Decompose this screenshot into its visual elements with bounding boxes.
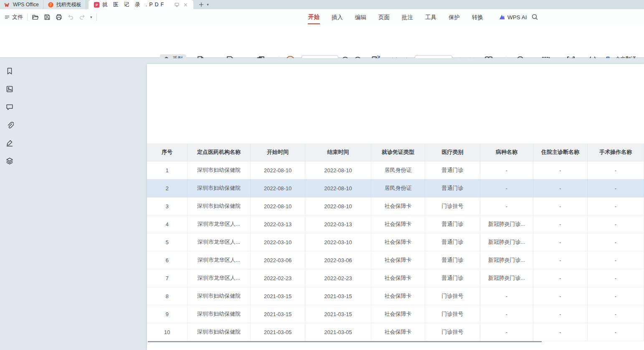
table-cell: 社会保障卡 [371,197,425,215]
table-row: 1深圳市妇幼保健院2022-08-102022-08-10居民身份证普通门诊--… [147,161,644,179]
table-cell: 2022-03-10 [251,233,305,251]
table-cell: - [533,269,588,287]
menu-item-插入[interactable]: 插入 [331,10,343,24]
table-cell: - [533,251,588,269]
menu-item-转换[interactable]: 转换 [472,10,484,24]
layers-icon[interactable] [5,156,14,166]
docer-icon [48,2,54,8]
medical-records-table: 序号定点医药机构名称开始时间结束时间就诊凭证类型医疗类别病种名称住院主诊断名称手… [147,143,644,341]
window-tab-bar: WPS Office 找稻壳模板 P 就 医 记 录 .PDF ▾ [0,0,644,9]
table-row: 10深圳市妇幼保健院2021-03-052021-03-05社会保障卡门诊挂号-… [147,323,644,341]
table-row: 8深圳市妇幼保健院2021-03-152021-03-15社会保障卡门诊挂号--… [147,287,644,305]
table-cell: - [588,251,644,269]
menu-search-icon[interactable] [531,13,538,20]
table-cell: 8 [147,287,188,305]
pdf-page: 序号定点医药机构名称开始时间结束时间就诊凭证类型医疗类别病种名称住院主诊断名称手… [147,64,644,350]
horizontal-scrollbar[interactable] [148,341,542,342]
table-cell: 深圳市龙华区人... [188,251,251,269]
new-tab-plus-icon[interactable] [198,2,204,8]
redo-icon[interactable] [79,13,86,21]
open-file-icon[interactable] [32,13,39,21]
table-cell: 社会保障卡 [371,269,425,287]
table-cell: - [588,305,644,323]
tab-wps-office[interactable]: WPS Office [0,0,43,9]
table-cell: 社会保障卡 [371,305,425,323]
table-cell: - [588,215,644,233]
attachment-icon[interactable] [5,120,14,130]
table-cell: - [480,323,533,341]
quickbar-chevron-icon[interactable]: ▾ [90,15,92,19]
table-row: 3深圳市妇幼保健院2022-08-102022-08-10社会保障卡门诊挂号--… [147,197,644,215]
table-cell: - [588,269,644,287]
hamburger-icon [4,14,10,20]
print-icon[interactable] [55,13,63,21]
table-cell: 7 [147,269,188,287]
table-cell: 深圳市妇幼保健院 [188,161,251,179]
table-row: 5深圳市龙华区人...2022-03-102022-03-10社会保障卡普通门诊… [147,233,644,251]
table-cell: - [588,233,644,251]
table-cell: 门诊挂号 [425,323,480,341]
table-cell: 居民身份证 [371,179,425,197]
table-cell: 新冠肺炎门诊... [480,215,533,233]
table-cell: 2022-03-10 [305,233,371,251]
table-cell: - [480,287,533,305]
bookmark-icon[interactable] [5,66,14,76]
table-cell: - [533,287,588,305]
table-row: 2深圳市妇幼保健院2022-08-102022-08-10居民身份证普通门诊--… [147,179,644,197]
close-tab-icon[interactable] [183,2,188,8]
save-icon[interactable] [43,13,51,21]
menu-item-批注[interactable]: 批注 [401,10,413,24]
table-cell: 社会保障卡 [371,287,425,305]
table-cell: 深圳市妇幼保健院 [188,197,251,215]
table-cell: - [588,161,644,179]
menu-item-开始[interactable]: 开始 [308,10,320,24]
menu-item-页面[interactable]: 页面 [378,10,390,24]
table-cell: 4 [147,215,188,233]
table-row: 6深圳市龙华区人...2022-03-062022-03-06社会保障卡普通门诊… [147,251,644,269]
menu-item-保护[interactable]: 保护 [448,10,460,24]
table-cell: 新冠肺炎门诊... [480,233,533,251]
tab-medical-record-pdf[interactable]: P 就 医 记 录 .PDF [89,0,193,9]
table-cell: - [480,197,533,215]
wps-ai-label: WPS AI [507,14,527,20]
table-cell: 普通门诊 [425,179,480,197]
table-cell: 新冠肺炎门诊... [480,251,533,269]
tab-docer-templates[interactable]: 找稻壳模板 [43,0,86,9]
table-cell: - [533,305,588,323]
table-cell: 普通门诊 [425,269,480,287]
table-cell: 2022-08-10 [305,197,371,215]
column-header: 医疗类别 [425,143,480,161]
tab-label: WPS Office [13,2,39,8]
thumbnail-icon[interactable] [5,84,14,94]
signature-icon[interactable] [5,138,14,148]
comment-icon[interactable] [5,102,14,112]
table-cell: - [588,287,644,305]
pdf-file-icon: P [94,2,100,8]
tab-list-chevron-icon[interactable]: ▾ [207,3,209,7]
table-cell: - [533,215,588,233]
file-menu-button[interactable]: 文件 [4,13,23,21]
menu-item-编辑[interactable]: 编辑 [355,10,367,24]
column-header: 序号 [147,143,188,161]
table-cell: - [533,161,588,179]
table-cell: 普通门诊 [425,251,480,269]
table-cell: 2022-08-10 [251,161,305,179]
undo-icon[interactable] [67,13,74,21]
table-body: 1深圳市妇幼保健院2022-08-102022-08-10居民身份证普通门诊--… [147,161,644,341]
table-cell: 新冠肺炎门诊... [480,269,533,287]
table-cell: 2022-02-23 [251,269,305,287]
file-menu-label: 文件 [12,13,23,21]
table-cell: - [480,161,533,179]
table-cell: 2022-03-06 [251,251,305,269]
table-cell: 居民身份证 [371,161,425,179]
monitor-icon[interactable] [174,2,180,8]
table-cell: 2021-03-15 [305,305,371,323]
table-cell: 深圳市龙华区人... [188,269,251,287]
table-cell: - [588,179,644,197]
table-cell: 门诊挂号 [425,305,480,323]
table-cell: 2021-03-05 [305,323,371,341]
menu-item-工具[interactable]: 工具 [425,10,437,24]
table-cell: - [480,305,533,323]
wps-ai-button[interactable]: WPS AI [499,9,527,25]
column-header: 病种名称 [480,143,533,161]
